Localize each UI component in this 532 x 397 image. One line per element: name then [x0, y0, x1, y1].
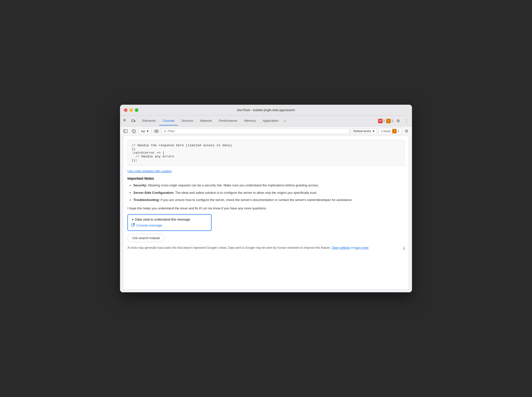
more-options-icon[interactable]: ⋮	[403, 118, 410, 124]
troubleshooting-text: If you are unsure how to configure the s…	[161, 198, 353, 202]
filter-input[interactable]	[168, 129, 347, 133]
tab-performance[interactable]: Performance	[215, 116, 241, 125]
filter-icon: ⊖	[164, 129, 166, 133]
tab-elements[interactable]: Elements	[139, 116, 159, 125]
tab-badges: ✕ 2 ! 1 ⚙ ⋮	[378, 118, 410, 124]
left-gutter	[120, 136, 123, 289]
issue-badge[interactable]: 1 Issue: ! 1	[379, 128, 402, 134]
disclaimer: AI tools may generate inaccurate info th…	[127, 246, 405, 251]
console-toolbar: top ▼ ⊖ Default levels ▼ 1 Issue: ! 1 ⚙	[120, 126, 412, 136]
window-title: DevTools - bubble-jingle.web.app/search	[237, 108, 295, 112]
console-settings-icon[interactable]: ⚙	[403, 128, 410, 135]
more-tabs-button[interactable]: »	[282, 118, 288, 124]
svg-rect-2	[132, 120, 134, 122]
context-label: top	[141, 129, 145, 133]
console-area: // Handle the response here (limited acc…	[123, 136, 409, 289]
issue-count: 1	[398, 129, 399, 133]
main-tabs: Elements Console Sources Network Perform…	[139, 116, 378, 125]
context-selector[interactable]: top ▼	[139, 128, 151, 134]
data-used-title: ▼ Data used to understand this message	[131, 218, 208, 221]
list-item: Security: Allowing cross-origin requests…	[133, 183, 405, 188]
warning-count: 1	[391, 119, 393, 123]
tab-sources[interactable]: Sources	[178, 116, 197, 125]
close-button[interactable]	[124, 108, 127, 112]
tab-console[interactable]: Console	[159, 116, 178, 125]
console-message-label: Console message	[136, 223, 162, 227]
external-link-icon	[131, 223, 135, 227]
warning-badge: ! 1	[386, 119, 393, 123]
minimize-button[interactable]	[129, 108, 133, 112]
inspect-element-icon[interactable]	[122, 118, 129, 124]
settings-gear-icon[interactable]: ⚙	[395, 118, 402, 124]
security-text: Allowing cross-origin requests can be a …	[148, 183, 319, 187]
use-search-button[interactable]: Use search instead	[127, 234, 164, 242]
caution-link[interactable]: Use code snippets with caution	[127, 169, 172, 173]
server-config-text: The ideal and safest solution is to conf…	[175, 191, 317, 195]
chevron-down-icon: ▼	[146, 129, 149, 133]
default-levels-dropdown[interactable]: Default levels ▼	[351, 128, 377, 134]
warning-icon: !	[386, 119, 391, 123]
security-bold: Security:	[133, 183, 147, 187]
list-item: Server-Side Configuration: The ideal and…	[133, 190, 405, 195]
issue-label: 1 Issue:	[381, 129, 391, 133]
error-count: 2	[383, 119, 385, 123]
clear-console-icon[interactable]	[130, 128, 137, 135]
right-gutter	[409, 136, 412, 289]
notes-list: Security: Allowing cross-origin requests…	[127, 183, 405, 202]
console-message-link[interactable]: Console message	[131, 223, 208, 227]
hope-text: I hope this helps you understand the iss…	[127, 206, 405, 211]
tabs-bar: Elements Console Sources Network Perform…	[120, 116, 412, 126]
tab-memory[interactable]: Memory	[241, 116, 259, 125]
svg-point-8	[154, 130, 158, 132]
svg-line-7	[133, 130, 135, 132]
data-used-box: ▼ Data used to understand this message C…	[127, 214, 212, 231]
code-block: // Handle the response here (limited acc…	[127, 140, 405, 166]
chevron-down-icon-levels: ▼	[372, 129, 375, 133]
disclaimer-main-text: AI tools may generate inaccurate info th…	[127, 246, 331, 249]
sidebar-toggle-icon[interactable]	[122, 128, 129, 135]
default-levels-label: Default levels	[353, 129, 371, 133]
list-item: Troubleshooting: If you are unsure how t…	[133, 198, 405, 202]
main-content: // Handle the response here (limited acc…	[120, 136, 412, 289]
learn-more-link[interactable]: learn more	[354, 246, 368, 249]
svg-point-9	[156, 130, 157, 132]
open-settings-link[interactable]: Open settings	[332, 246, 350, 249]
tab-application[interactable]: Application	[259, 116, 282, 125]
eye-icon[interactable]	[153, 128, 160, 135]
disclaimer-text: AI tools may generate inaccurate info th…	[127, 246, 368, 250]
error-icon: ✕	[378, 119, 383, 123]
maximize-button[interactable]	[135, 108, 138, 112]
disclaimer-or: or	[351, 246, 354, 249]
device-toolbar-icon[interactable]	[130, 118, 137, 124]
bottom-bar	[120, 289, 412, 292]
devtools-window: DevTools - bubble-jingle.web.app/search …	[120, 105, 412, 292]
error-badge: ✕ 2	[378, 119, 385, 123]
important-notes-title: Important Notes	[127, 176, 405, 180]
title-bar: DevTools - bubble-jingle.web.app/search	[120, 105, 412, 116]
troubleshooting-bold: Troubleshooting:	[133, 198, 160, 202]
issue-warning-icon: !	[392, 129, 397, 133]
tab-icons	[122, 118, 137, 124]
traffic-lights	[124, 108, 138, 112]
svg-rect-3	[134, 120, 135, 122]
info-icon: ℹ	[403, 246, 405, 251]
svg-rect-0	[124, 119, 125, 121]
svg-rect-4	[124, 129, 127, 133]
filter-bar: ⊖	[161, 128, 350, 134]
tab-network[interactable]: Network	[197, 116, 216, 125]
data-used-label: Data used to understand this message	[135, 218, 190, 221]
server-config-bold: Server-Side Configuration:	[133, 191, 174, 195]
triangle-icon: ▼	[131, 218, 134, 221]
